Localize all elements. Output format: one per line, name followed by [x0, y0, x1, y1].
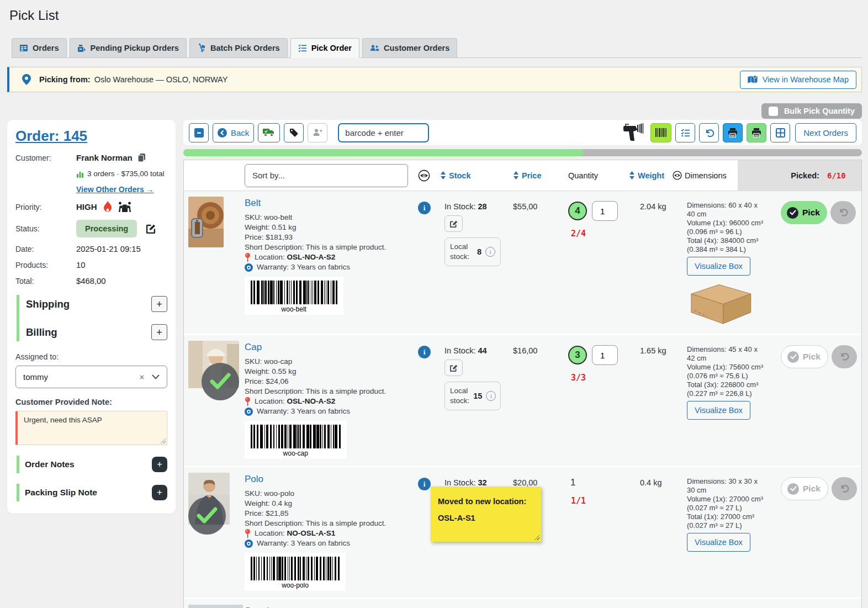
- view-warehouse-map-button[interactable]: View in Warehouse Map: [740, 71, 856, 89]
- barcode-label: woo-polo: [251, 581, 340, 589]
- product-title-link[interactable]: Belt: [245, 198, 261, 209]
- scanner-icon: [622, 123, 644, 142]
- local-stock-info-icon[interactable]: i: [485, 247, 495, 257]
- location-pin-icon: [245, 397, 251, 406]
- local-stock-info-icon[interactable]: i: [486, 391, 496, 401]
- header-price[interactable]: Price: [507, 171, 568, 180]
- resize-handle[interactable]: [534, 535, 539, 540]
- add-packing-slip-note-button[interactable]: +: [152, 485, 167, 500]
- pick-content: Back Next Orders: [183, 120, 862, 608]
- product-price: Price: $24,06: [245, 377, 418, 387]
- quantity-plain: 1: [568, 477, 575, 488]
- in-stock: In Stock: 32: [444, 478, 507, 487]
- shipping-truck-button[interactable]: [258, 123, 280, 142]
- info-icon[interactable]: i: [418, 346, 431, 358]
- tab-batch-pick-orders[interactable]: Batch Pick Orders: [189, 38, 288, 58]
- product-warranty: Warranty: 3 Years on fabrics: [245, 262, 418, 272]
- tab-label: Pick Order: [311, 44, 352, 52]
- reset-button[interactable]: [699, 123, 719, 142]
- edit-status-icon[interactable]: [145, 223, 156, 235]
- header-dimensions[interactable]: Dimensions: [673, 171, 775, 180]
- barcode-bars: [251, 281, 337, 304]
- barcode-input[interactable]: [338, 123, 429, 142]
- tab-pick-order[interactable]: Pick Order: [290, 38, 359, 58]
- location-pin-icon: [245, 253, 251, 262]
- print-alt-button[interactable]: [747, 123, 766, 142]
- collapse-button[interactable]: [189, 123, 209, 142]
- warranty-target-icon: [245, 263, 253, 272]
- clear-selection-icon[interactable]: ×: [140, 373, 144, 382]
- product-warranty: Warranty: 3 Years on fabrics: [245, 406, 418, 416]
- product-barcode: woo-belt: [245, 277, 343, 315]
- visualize-box-button[interactable]: Visualize Box: [687, 401, 750, 420]
- product-warranty: Warranty: 3 Years on fabrics: [245, 538, 418, 548]
- barcode-mode-button[interactable]: [650, 123, 671, 142]
- assign-person-button[interactable]: [308, 123, 327, 142]
- product-price: Price: $181,93: [245, 232, 418, 242]
- product-title-link[interactable]: Cap: [245, 342, 262, 353]
- tag-button[interactable]: [284, 123, 304, 142]
- picked-fraction: 3/3: [568, 373, 640, 383]
- barcode-bars: [251, 557, 340, 580]
- expand-shipping-button[interactable]: +: [151, 296, 167, 312]
- visualize-box-button[interactable]: Visualize Box: [687, 533, 750, 552]
- header-stock[interactable]: Stock: [440, 171, 507, 180]
- sticky-note[interactable]: Moved to new location: OSL-A-S1: [431, 487, 541, 542]
- info-icon[interactable]: i: [418, 202, 431, 214]
- pick-button[interactable]: Pick: [781, 345, 828, 368]
- customer-note-textarea[interactable]: Urgent, need this ASAP: [15, 411, 167, 445]
- add-order-note-button[interactable]: +: [152, 457, 167, 472]
- pick-toolbar: Back Next Orders: [183, 120, 862, 145]
- bulk-pick-quantity-toggle[interactable]: Bulk Pick Quantity: [761, 103, 862, 119]
- status-badge[interactable]: Processing: [76, 220, 137, 237]
- tab-orders[interactable]: Orders: [12, 38, 67, 58]
- chevron-down-icon[interactable]: [152, 374, 160, 379]
- undo-pick-button[interactable]: [832, 345, 857, 368]
- billing-heading: Billing: [26, 326, 57, 339]
- sort-arrows-icon: [513, 171, 519, 179]
- product-image: [188, 605, 243, 608]
- grid-view-button[interactable]: [770, 123, 790, 142]
- customer-note-label: Customer Provided Note:: [15, 398, 167, 406]
- tab-pending-pickup-orders[interactable]: Pending Pickup Orders: [70, 38, 187, 58]
- barcode-label: woo-cap: [251, 450, 341, 457]
- quantity-input[interactable]: [592, 345, 618, 365]
- pick-list-mode-button[interactable]: [675, 123, 695, 142]
- visualize-box-button[interactable]: Visualize Box: [687, 257, 750, 276]
- undo-icon: [705, 128, 714, 138]
- expand-billing-button[interactable]: +: [151, 324, 167, 340]
- pick-button[interactable]: Pick: [781, 201, 827, 224]
- product-weight: Weight: 0.4 kg: [245, 499, 418, 509]
- pick-button[interactable]: Pick: [781, 477, 828, 500]
- shipping-heading: Shipping: [26, 298, 70, 310]
- quantity-badge: 4: [568, 202, 587, 220]
- assigned-to-select[interactable]: tommy ×: [15, 366, 167, 388]
- back-button[interactable]: Back: [213, 123, 254, 142]
- print-button[interactable]: [723, 123, 743, 142]
- quantity-input[interactable]: [592, 201, 618, 221]
- order-title-link[interactable]: Order: 145: [15, 128, 87, 145]
- edit-stock-button[interactable]: [444, 359, 463, 376]
- bulk-pick-checkbox[interactable]: [769, 107, 778, 116]
- visibility-eye-icon[interactable]: [418, 170, 440, 182]
- product-title-link[interactable]: Sunglasses: [245, 606, 293, 608]
- undo-pick-button[interactable]: [830, 201, 856, 224]
- quantity-badge: 3: [568, 346, 587, 364]
- view-other-orders-link[interactable]: View Other Orders →: [76, 185, 167, 194]
- product-title-link[interactable]: Polo: [245, 474, 263, 485]
- resize-handle[interactable]: [161, 438, 166, 443]
- edit-stock-button[interactable]: [444, 215, 463, 232]
- print-icon: [728, 128, 738, 138]
- quantity-cell: 2: [568, 605, 640, 608]
- product-weight: Weight: 0.55 kg: [245, 367, 418, 377]
- undo-pick-button[interactable]: [832, 477, 857, 500]
- tab-customer-orders[interactable]: Customer Orders: [362, 38, 457, 58]
- products-value: 10: [76, 261, 167, 269]
- sort-input[interactable]: [245, 164, 408, 187]
- product-location: Location: NO-OSL-A-S1: [245, 528, 418, 538]
- info-icon[interactable]: i: [418, 478, 431, 490]
- picking-from-value: Oslo Warehouse — OSLO, NORWAY: [94, 75, 228, 84]
- packing-slip-section: Packing Slip Note +: [17, 484, 167, 501]
- copy-icon[interactable]: [137, 153, 146, 162]
- next-orders-button[interactable]: Next Orders: [795, 123, 856, 142]
